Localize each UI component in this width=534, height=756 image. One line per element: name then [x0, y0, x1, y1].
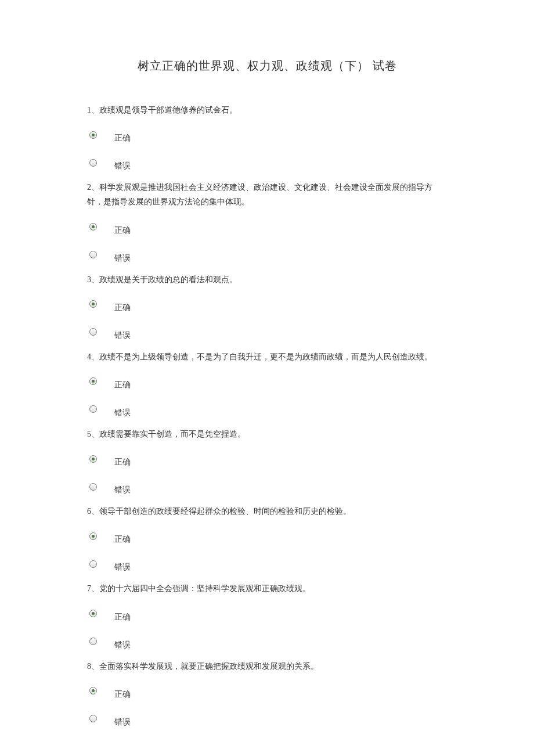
radio-icon[interactable]	[89, 610, 97, 617]
radio-icon[interactable]	[89, 131, 97, 139]
radio-icon[interactable]	[89, 300, 97, 308]
question-3: 3、政绩观是关于政绩的总的看法和观点。正确错误	[87, 272, 447, 346]
option-wrong[interactable]: 错误	[87, 149, 447, 177]
option-correct[interactable]: 正确	[87, 121, 447, 149]
question-text: 4、政绩不是为上级领导创造，不是为了自我升迁，更不是为政绩而政绩，而是为人民创造…	[87, 350, 447, 364]
option-wrong[interactable]: 错误	[87, 705, 447, 733]
radio-icon[interactable]	[89, 328, 97, 336]
option-wrong[interactable]: 错误	[87, 241, 447, 269]
option-label: 正确	[114, 225, 131, 236]
radio-icon[interactable]	[89, 405, 97, 413]
option-label: 正确	[114, 457, 131, 467]
option-wrong[interactable]: 错误	[87, 395, 447, 423]
option-label: 错误	[114, 717, 131, 728]
page-title: 树立正确的世界观、权力观、政绩观（下） 试卷	[87, 58, 447, 74]
option-wrong[interactable]: 错误	[87, 550, 447, 578]
option-label: 错误	[114, 161, 131, 171]
radio-icon[interactable]	[89, 532, 97, 540]
question-text: 8、全面落实科学发展观，就要正确把握政绩观和发展观的关系。	[87, 659, 447, 674]
question-text: 7、党的十六届四中全会强调：坚持科学发展观和正确政绩观。	[87, 581, 447, 596]
option-correct[interactable]: 正确	[87, 368, 447, 395]
radio-icon[interactable]	[89, 377, 97, 385]
radio-icon[interactable]	[89, 455, 97, 463]
option-correct[interactable]: 正确	[87, 445, 447, 473]
option-wrong[interactable]: 错误	[87, 628, 447, 656]
option-label: 错误	[114, 485, 131, 495]
option-wrong[interactable]: 错误	[87, 318, 447, 346]
question-text: 6、领导干部创造的政绩要经得起群众的检验、时间的检验和历史的检验。	[87, 504, 447, 519]
option-label: 错误	[114, 253, 131, 264]
option-correct[interactable]: 正确	[87, 290, 447, 318]
option-correct[interactable]: 正确	[87, 600, 447, 628]
question-6: 6、领导干部创造的政绩要经得起群众的检验、时间的检验和历史的检验。正确错误	[87, 504, 447, 578]
radio-icon[interactable]	[89, 687, 97, 694]
questions-container: 1、政绩观是领导干部道德修养的试金石。正确错误2、科学发展观是推进我国社会主义经…	[87, 103, 447, 733]
option-label: 正确	[114, 689, 131, 700]
radio-icon[interactable]	[89, 223, 97, 231]
radio-icon[interactable]	[89, 715, 97, 722]
option-label: 错误	[114, 562, 131, 573]
radio-icon[interactable]	[89, 483, 97, 491]
option-label: 正确	[114, 612, 131, 622]
radio-icon[interactable]	[89, 251, 97, 258]
question-7: 7、党的十六届四中全会强调：坚持科学发展观和正确政绩观。正确错误	[87, 581, 447, 655]
option-label: 正确	[114, 534, 131, 545]
option-label: 错误	[114, 330, 131, 341]
question-text: 5、政绩需要靠实干创造，而不是凭空捏造。	[87, 427, 447, 441]
question-5: 5、政绩需要靠实干创造，而不是凭空捏造。正确错误	[87, 427, 447, 501]
question-1: 1、政绩观是领导干部道德修养的试金石。正确错误	[87, 103, 447, 177]
option-label: 正确	[114, 133, 131, 143]
question-4: 4、政绩不是为上级领导创造，不是为了自我升迁，更不是为政绩而政绩，而是为人民创造…	[87, 350, 447, 423]
radio-icon[interactable]	[89, 638, 97, 645]
option-correct[interactable]: 正确	[87, 677, 447, 705]
question-text: 3、政绩观是关于政绩的总的看法和观点。	[87, 272, 447, 287]
option-label: 正确	[114, 380, 131, 390]
option-correct[interactable]: 正确	[87, 522, 447, 550]
question-text: 2、科学发展观是推进我国社会主义经济建设、政治建设、文化建设、社会建设全面发展的…	[87, 180, 447, 209]
option-label: 正确	[114, 303, 131, 313]
radio-icon[interactable]	[89, 159, 97, 167]
option-label: 错误	[114, 640, 131, 650]
option-correct[interactable]: 正确	[87, 213, 447, 241]
option-wrong[interactable]: 错误	[87, 473, 447, 501]
question-2: 2、科学发展观是推进我国社会主义经济建设、政治建设、文化建设、社会建设全面发展的…	[87, 180, 447, 268]
radio-icon[interactable]	[89, 560, 97, 568]
question-8: 8、全面落实科学发展观，就要正确把握政绩观和发展观的关系。正确错误	[87, 659, 447, 733]
question-text: 1、政绩观是领导干部道德修养的试金石。	[87, 103, 447, 117]
option-label: 错误	[114, 408, 131, 418]
